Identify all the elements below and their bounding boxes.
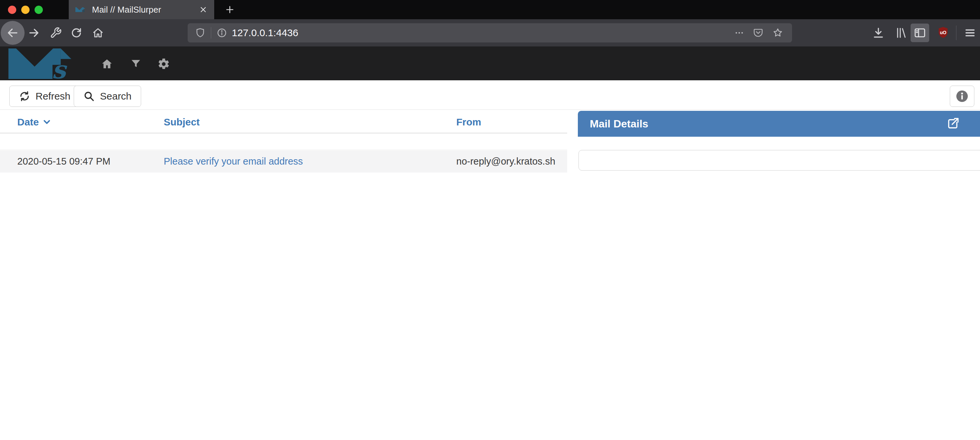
site-home-button[interactable]: [100, 58, 113, 70]
library-button[interactable]: [895, 27, 908, 39]
home-button[interactable]: [92, 27, 104, 39]
mail-from: no-reply@ory.kratos.sh: [456, 150, 555, 173]
info-button[interactable]: [950, 86, 974, 107]
subject-header-label: Subject: [164, 116, 200, 128]
svg-text:uO: uO: [940, 30, 947, 35]
window-zoom-button[interactable]: [35, 6, 43, 14]
back-button[interactable]: [1, 21, 25, 45]
tab-title: Mail // MailSlurper: [92, 5, 194, 15]
sidebar-button[interactable]: [911, 24, 929, 42]
ublock-button[interactable]: uO: [937, 26, 949, 38]
downloads-button[interactable]: [872, 27, 885, 39]
chevron-down-icon: [42, 118, 51, 127]
new-tab-button[interactable]: [221, 0, 239, 19]
forward-icon: [28, 27, 40, 39]
url-text[interactable]: 127.0.0.1:4436: [232, 27, 734, 38]
table-row-empty: [0, 133, 567, 150]
column-header-subject[interactable]: Subject: [164, 116, 200, 128]
page-actions-icon[interactable]: [734, 28, 744, 38]
mailslurper-favicon-icon: s: [75, 7, 87, 12]
window-minimize-button[interactable]: [21, 6, 30, 14]
column-header-date[interactable]: Date: [17, 116, 51, 128]
from-header-label: From: [456, 116, 481, 128]
tools-button[interactable]: [50, 27, 62, 39]
refresh-icon: [19, 91, 30, 102]
browser-tab[interactable]: s Mail // MailSlurper: [69, 0, 214, 19]
action-toolbar: Refresh Search: [0, 80, 980, 110]
window-controls: [8, 0, 43, 19]
mailslurper-header: s: [0, 46, 980, 80]
wrench-icon: [50, 27, 62, 39]
menu-button[interactable]: [964, 27, 976, 39]
search-icon: [83, 91, 95, 102]
reload-icon: [70, 27, 82, 39]
table-row[interactable]: 2020-05-15 09:47 PM Please verify your e…: [0, 150, 567, 173]
home-icon: [100, 58, 113, 70]
date-header-label: Date: [17, 116, 39, 128]
refresh-label: Refresh: [35, 91, 70, 102]
sidebar-icon: [913, 27, 926, 39]
site-info-icon[interactable]: [216, 27, 227, 38]
site-settings-button[interactable]: [158, 58, 170, 70]
column-header-from[interactable]: From: [456, 116, 481, 128]
window-close-button[interactable]: [8, 6, 16, 14]
browser-tab-bar: s Mail // MailSlurper: [0, 0, 980, 19]
search-button[interactable]: Search: [74, 86, 141, 107]
main-content: Date Subject From 2020-05-15 09:47 PM Pl…: [0, 110, 980, 440]
reload-button[interactable]: [70, 27, 82, 39]
refresh-button[interactable]: Refresh: [9, 86, 80, 107]
filter-icon: [130, 58, 142, 70]
library-icon: [895, 27, 908, 39]
mailslurper-logo[interactable]: s: [8, 48, 82, 79]
mail-details-header: Mail Details: [578, 111, 980, 137]
svg-text:s: s: [52, 55, 67, 79]
mail-date: 2020-05-15 09:47 PM: [17, 150, 111, 173]
download-icon: [872, 27, 885, 39]
gear-icon: [158, 58, 170, 70]
new-tab-icon: [224, 4, 235, 15]
browser-nav-bar: 127.0.0.1:4436: [0, 19, 980, 46]
mail-details-body: [579, 150, 980, 170]
menu-icon: [964, 27, 976, 39]
info-icon: [955, 89, 970, 104]
mail-subject-link[interactable]: Please verify your email address: [164, 150, 303, 173]
url-bar[interactable]: 127.0.0.1:4436: [188, 23, 792, 43]
site-filter-button[interactable]: [130, 58, 142, 70]
mail-details-title: Mail Details: [590, 118, 946, 130]
pocket-icon[interactable]: [753, 27, 764, 38]
ublock-icon: uO: [937, 26, 949, 39]
urlbar-divider: [211, 27, 211, 38]
browser-window: s Mail // MailSlurper: [0, 0, 980, 440]
toolbar-divider: [956, 25, 956, 40]
home-icon: [92, 27, 104, 39]
bookmark-star-icon[interactable]: [772, 27, 783, 38]
forward-button[interactable]: [28, 27, 40, 39]
open-in-new-window-icon[interactable]: [946, 117, 960, 131]
close-tab-icon[interactable]: [199, 5, 208, 14]
back-icon: [6, 27, 19, 39]
shield-icon[interactable]: [195, 27, 205, 38]
search-label: Search: [100, 91, 132, 102]
